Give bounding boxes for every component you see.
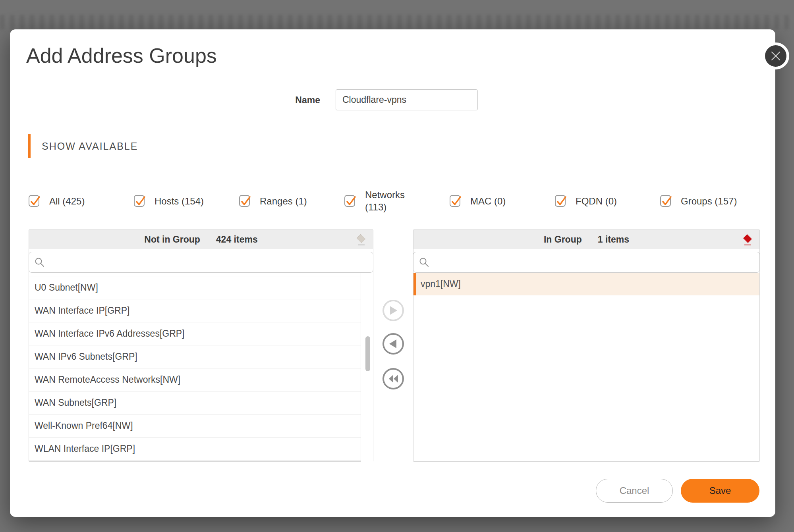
filter-item-fqdn: FQDN (0) — [555, 195, 660, 207]
filter-label: Groups (157) — [681, 195, 737, 207]
list-item[interactable]: Well-Known Pref64[NW] — [29, 414, 361, 438]
list-item[interactable]: WAN Interface IPv6 Addresses[GRP] — [29, 322, 361, 345]
checkbox-fqdn[interactable] — [555, 195, 566, 207]
section-accent-bar — [28, 134, 31, 158]
panel-title: Not in Group — [144, 234, 200, 245]
checkbox-mac[interactable] — [450, 195, 460, 207]
scrollbar-thumb[interactable] — [365, 336, 370, 371]
show-available-heading: SHOW AVAILABLE — [42, 140, 138, 152]
partial-row — [29, 273, 361, 276]
filter-item-hosts: Hosts (154) — [134, 195, 239, 207]
in-group-header: In Group 1 items — [413, 230, 759, 249]
list-item[interactable]: U0 Subnet[NW] — [29, 276, 361, 299]
save-button[interactable]: Save — [681, 479, 759, 503]
close-button[interactable] — [762, 42, 789, 69]
filter-label: Hosts (154) — [155, 195, 204, 207]
filter-label: All (425) — [49, 195, 85, 207]
filter-label: Networks (113) — [365, 189, 413, 213]
move-left-button[interactable] — [383, 333, 404, 355]
checkbox-networks[interactable] — [344, 195, 355, 207]
name-input[interactable] — [336, 89, 478, 110]
filter-item-mac: MAC (0) — [450, 195, 555, 207]
x-icon — [771, 51, 781, 61]
filter-item-groups: Groups (157) — [660, 195, 765, 207]
in-group-list: vpn1[NW] — [413, 273, 759, 462]
filter-label: FQDN (0) — [576, 195, 617, 207]
scrollbar-track[interactable] — [361, 273, 373, 462]
move-all-left-button[interactable] — [383, 368, 404, 389]
list-item[interactable]: WLAN Interface IP[GRP] — [29, 438, 361, 461]
checkbox-ranges[interactable] — [239, 195, 250, 207]
not-in-group-panel: Not in Group 424 items U0 Subnet[NW — [29, 229, 373, 462]
not-in-group-header: Not in Group 424 items — [29, 230, 373, 249]
filter-row: All (425) Hosts (154) Ranges (1) Network… — [29, 185, 767, 216]
filter-item-networks: Networks (113) — [344, 189, 450, 213]
dimmed-background-content — [0, 15, 794, 29]
filter-label: Ranges (1) — [260, 195, 307, 207]
double-left-arrow-icon — [388, 374, 398, 384]
panel-item-count: 1 items — [598, 234, 629, 245]
in-group-search-input[interactable] — [413, 252, 760, 273]
filter-item-all: All (425) — [29, 195, 134, 207]
list-item[interactable]: WAN IPv6 Subnets[GRP] — [29, 345, 361, 368]
checkmark-icon — [345, 195, 357, 208]
checkmark-icon — [134, 195, 146, 208]
move-right-button[interactable] — [383, 300, 404, 321]
add-address-groups-dialog: Add Address Groups Name SHOW AVAILABLE A… — [10, 29, 775, 517]
filter-item-ranges: Ranges (1) — [239, 195, 344, 207]
screen-backdrop: { "dialog": { "title": "Add Address Grou… — [0, 0, 794, 532]
eraser-icon — [742, 234, 753, 246]
checkmark-icon — [450, 195, 462, 208]
list-item[interactable]: WAN Subnets[GRP] — [29, 391, 361, 414]
panel-title: In Group — [544, 234, 582, 245]
checkmark-icon — [555, 195, 567, 208]
in-group-search — [413, 252, 759, 273]
right-arrow-icon — [389, 306, 398, 315]
dialog-title: Add Address Groups — [26, 44, 217, 67]
name-label: Name — [241, 94, 320, 106]
checkmark-icon — [661, 195, 672, 208]
checkbox-groups[interactable] — [660, 195, 671, 207]
not-in-group-list: U0 Subnet[NW] WAN Interface IP[GRP] WAN … — [29, 273, 373, 462]
clear-list-button[interactable] — [740, 233, 754, 247]
checkbox-hosts[interactable] — [134, 195, 145, 207]
list-item[interactable]: WAN Interface IP[GRP] — [29, 299, 361, 322]
checkmark-icon — [29, 195, 41, 208]
clear-list-button[interactable] — [354, 233, 367, 247]
panel-item-count: 424 items — [216, 234, 258, 245]
not-in-group-search — [29, 252, 373, 273]
not-in-group-search-input[interactable] — [29, 252, 373, 273]
cancel-button[interactable]: Cancel — [596, 479, 673, 503]
checkmark-icon — [240, 195, 251, 208]
checkbox-all[interactable] — [29, 195, 39, 207]
filter-label: MAC (0) — [470, 195, 506, 207]
in-group-panel: In Group 1 items vpn1[NW] — [413, 229, 760, 462]
eraser-icon — [355, 234, 366, 246]
list-item[interactable]: WAN RemoteAccess Networks[NW] — [29, 368, 361, 391]
selected-list-item[interactable]: vpn1[NW] — [413, 273, 759, 295]
left-arrow-icon — [389, 339, 398, 349]
